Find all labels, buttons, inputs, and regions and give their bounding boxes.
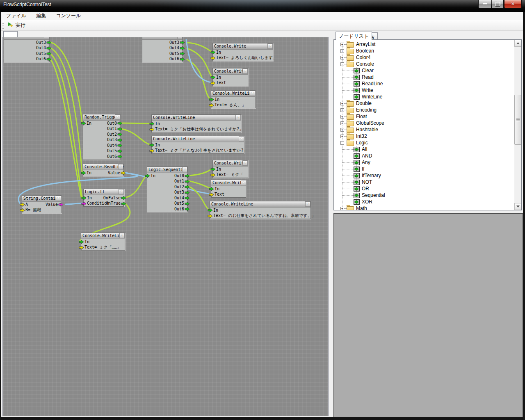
title-bar[interactable]: FlowScriptControlTest ✕ bbox=[0, 0, 525, 12]
menu-item[interactable]: コンソール bbox=[51, 12, 85, 20]
output-port-green[interactable]: Out6 bbox=[36, 57, 52, 62]
input-port-green[interactable]: In bbox=[209, 186, 219, 192]
input-port-green[interactable]: In bbox=[145, 173, 155, 179]
input-port-yellow[interactable]: Text= ミク「どんなお仕事をされていますか?」 bbox=[149, 148, 247, 154]
output-port-green[interactable]: Out4 bbox=[36, 46, 52, 51]
node-dropdown-button[interactable]: ▼ bbox=[239, 136, 244, 142]
output-port-green[interactable]: Out3 bbox=[107, 137, 123, 143]
output-port-green[interactable]: OnFalse bbox=[103, 195, 126, 201]
graph-node-logic-if[interactable]: Logic.If▼InOnFalseConditionOnTrue bbox=[83, 189, 124, 207]
tree-item-Logic[interactable]: -Logic bbox=[334, 139, 514, 146]
output-port-green[interactable]: Out6 bbox=[169, 57, 185, 62]
input-port-green[interactable]: In bbox=[210, 50, 221, 55]
graph-node-random-trigger[interactable]: Random.Trigger▼InOut0Out1Out2Out3Out4Out… bbox=[83, 114, 121, 160]
node-title[interactable]: Console.Write▼ bbox=[211, 180, 246, 186]
output-port-green[interactable]: Out4 bbox=[174, 195, 190, 201]
expand-icon[interactable]: + bbox=[340, 43, 344, 46]
output-port-green[interactable]: Out1 bbox=[174, 179, 190, 185]
tree-item-Float[interactable]: +Float bbox=[334, 113, 514, 120]
menu-item[interactable]: ファイル bbox=[2, 12, 31, 20]
output-port-green[interactable]: Out2 bbox=[107, 132, 123, 137]
menu-item[interactable]: 編集 bbox=[32, 12, 50, 20]
output-port-green[interactable]: Out5 bbox=[36, 51, 52, 57]
node-title[interactable]: Console.WriteLine▼ bbox=[152, 136, 244, 142]
node-dropdown-button[interactable]: ▼ bbox=[182, 167, 187, 172]
expand-icon[interactable]: + bbox=[340, 207, 344, 210]
collapse-icon[interactable]: - bbox=[340, 141, 344, 145]
run-button[interactable]: ➜ 実行 bbox=[6, 21, 27, 29]
tree-item-Hashtable[interactable]: +Hashtable bbox=[334, 126, 514, 133]
output-port-magenta[interactable]: Value bbox=[46, 202, 64, 208]
expand-icon[interactable]: + bbox=[340, 135, 344, 138]
graph-node-string-contains[interactable]: String.Contains▼AValueB= 無職 bbox=[22, 195, 62, 213]
tree-item-Sequential[interactable]: Sequential bbox=[334, 192, 514, 199]
expand-icon[interactable]: + bbox=[340, 115, 344, 119]
output-port-green[interactable]: Out5 bbox=[169, 51, 185, 57]
input-port-yellow[interactable]: Text= ミク「……」 bbox=[79, 245, 121, 251]
input-port-green[interactable]: In bbox=[79, 239, 89, 245]
scroll-up-button[interactable] bbox=[514, 40, 521, 47]
tree-item-IfTernary[interactable]: IfTernary bbox=[334, 172, 514, 179]
node-dropdown-button[interactable]: ▼ bbox=[118, 164, 123, 169]
tree-item-Encoding[interactable]: +Encoding bbox=[334, 107, 514, 113]
graph-node-console-write-2[interactable]: Console.Write▼InText bbox=[212, 68, 248, 86]
graph-node-console-write-7[interactable]: Console.Write▼InText= ミク「 bbox=[212, 160, 248, 178]
graph-node-console-writeline-3[interactable]: Console.WriteLine▼InText= さん。」 bbox=[211, 90, 256, 108]
tree-item-Clear[interactable]: Clear bbox=[334, 67, 514, 74]
tree-item-Boolean[interactable]: +Boolean bbox=[334, 48, 514, 54]
input-port-green[interactable]: In bbox=[209, 97, 219, 103]
tab-node-list[interactable]: ノードリスト bbox=[336, 32, 372, 40]
node-dropdown-button[interactable]: ▼ bbox=[44, 37, 49, 39]
tree-item-Int32[interactable]: +Int32 bbox=[334, 133, 514, 139]
input-port-yellow[interactable]: Text= さん。」 bbox=[209, 103, 246, 108]
tree-scrollbar[interactable] bbox=[514, 40, 521, 210]
node-dropdown-button[interactable]: ▼ bbox=[119, 233, 125, 238]
output-port-green[interactable]: Out3 bbox=[174, 190, 190, 196]
node-title[interactable]: Console.WriteLine▼ bbox=[81, 233, 125, 239]
graph-node-console-readline[interactable]: Console.ReadLine▼InValue bbox=[83, 164, 124, 176]
node-dropdown-button[interactable]: ▼ bbox=[305, 201, 310, 207]
graph-node-console-write-8[interactable]: Console.Write▼InText bbox=[211, 180, 247, 198]
input-port-green[interactable]: In bbox=[81, 121, 91, 126]
expand-icon[interactable]: + bbox=[340, 128, 344, 132]
node-title[interactable]: Console.WriteLine▼ bbox=[210, 201, 310, 208]
node-title[interactable]: ▼ bbox=[4, 37, 49, 40]
node-title[interactable]: Console.WriteLine▼ bbox=[152, 115, 241, 121]
node-title[interactable]: Console.Write▼ bbox=[213, 160, 248, 167]
input-port-yellow[interactable]: Text= ミク「お仕事は何をされていますか?」 bbox=[149, 127, 243, 132]
output-port-green[interactable]: OnTrue bbox=[106, 201, 126, 207]
tree-item-Write[interactable]: Write bbox=[334, 87, 514, 94]
output-port-green[interactable]: Out4 bbox=[169, 46, 185, 51]
tree-item-WriteLine[interactable]: WriteLine bbox=[334, 94, 514, 100]
toolbar-grip[interactable] bbox=[2, 21, 4, 29]
node-dropdown-button[interactable]: ▼ bbox=[56, 196, 61, 201]
tree-item-XOR[interactable]: XOR bbox=[334, 199, 514, 205]
input-port-yellow[interactable]: B= 無職 bbox=[20, 208, 41, 213]
node-title[interactable]: ▼ bbox=[142, 37, 183, 40]
node-title[interactable]: Console.ReadLine▼ bbox=[83, 164, 123, 170]
node-dropdown-button[interactable]: ▼ bbox=[235, 115, 241, 120]
input-port-yellow[interactable]: Text bbox=[209, 192, 224, 198]
output-port-green[interactable]: Out6 bbox=[174, 206, 190, 212]
output-port-green[interactable]: Out3 bbox=[36, 40, 52, 46]
node-title[interactable]: Random.Trigger▼ bbox=[83, 114, 120, 121]
output-port-green[interactable]: Out6 bbox=[107, 154, 123, 160]
node-title[interactable]: Console.Write▼ bbox=[213, 43, 273, 50]
node-dropdown-button[interactable]: ▼ bbox=[242, 68, 248, 74]
expand-icon[interactable]: + bbox=[340, 108, 344, 112]
graph-node-source-top-left[interactable]: ▼Out3Out4Out5Out6 bbox=[4, 37, 50, 62]
tree-item-AND[interactable]: AND bbox=[334, 153, 514, 159]
input-port-yellow[interactable]: A bbox=[20, 202, 28, 208]
expand-icon[interactable]: + bbox=[340, 49, 344, 53]
expand-icon[interactable]: + bbox=[340, 56, 344, 59]
tree-item-Double[interactable]: +Double bbox=[334, 100, 514, 107]
tree-item-NOT[interactable]: NOT bbox=[334, 179, 514, 185]
input-port-yellow[interactable]: Text= よろしくお願いします、 bbox=[210, 55, 277, 61]
input-port-green[interactable]: In bbox=[210, 75, 221, 80]
tree-item-Any[interactable]: Any bbox=[334, 159, 514, 166]
tree-item-Color4[interactable]: +Color4 bbox=[334, 54, 514, 61]
node-dropdown-button[interactable]: ▼ bbox=[177, 37, 183, 39]
expand-icon[interactable]: + bbox=[340, 102, 344, 105]
graph-node-console-writeline-6[interactable]: Console.WriteLine▼InText= ミク「……」 bbox=[81, 233, 125, 251]
input-port-yellow[interactable]: Text= のお仕事をされているんですね、素敵です。」 bbox=[208, 213, 315, 219]
